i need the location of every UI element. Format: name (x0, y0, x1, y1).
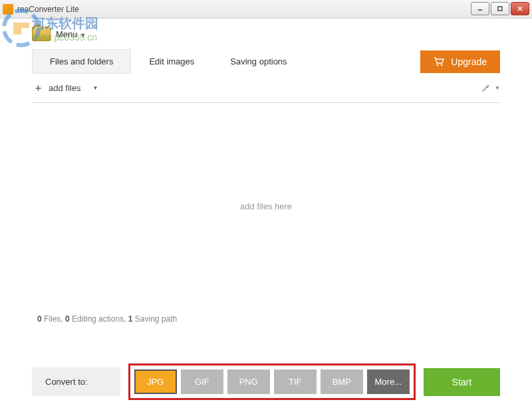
format-more-button[interactable]: More... (367, 369, 410, 394)
files-count: 0 (37, 314, 42, 324)
format-gif-button[interactable]: GIF (181, 369, 223, 394)
upgrade-label: Upgrade (451, 56, 487, 67)
svg-point-6 (441, 64, 443, 66)
drop-placeholder: add files here (240, 201, 292, 211)
toolbar-row: ＋ add files ▼ ▼ (0, 74, 532, 102)
titlebar: reaConverter Lite (0, 0, 532, 19)
format-group: JPG GIF PNG TIF BMP More... (128, 363, 416, 400)
paths-count: 1 (128, 314, 133, 324)
format-png-button[interactable]: PNG (227, 369, 270, 394)
menu-button[interactable]: Menu ▼ (56, 29, 86, 39)
chevron-down-icon: ▼ (80, 32, 86, 39)
actions-label: Editing actions, (72, 314, 126, 324)
format-label: JPG (147, 377, 164, 387)
close-button[interactable] (511, 2, 529, 15)
upgrade-button[interactable]: Upgrade (420, 51, 500, 73)
tab-label: Edit images (149, 56, 194, 66)
add-files-label: add files (49, 83, 80, 93)
plus-icon: ＋ (33, 82, 43, 94)
format-tif-button[interactable]: TIF (274, 369, 317, 394)
format-bmp-button[interactable]: BMP (321, 369, 363, 394)
tab-saving-options[interactable]: Saving options (212, 49, 305, 74)
window-controls (471, 2, 529, 15)
wrench-icon (480, 83, 491, 94)
window-title: reaConverter Lite (17, 5, 79, 14)
convert-to-label: Convert to: (32, 367, 120, 396)
format-label: GIF (195, 377, 209, 387)
format-label: More... (375, 377, 402, 387)
add-files-button[interactable]: ＋ add files ▼ (32, 79, 99, 97)
minimize-button[interactable] (471, 2, 489, 15)
actions-count: 0 (65, 314, 70, 324)
tab-label: Saving options (230, 56, 287, 66)
tab-label: Files and folders (50, 56, 113, 66)
status-bar: 0 Files, 0 Editing actions, 1 Saving pat… (0, 309, 532, 329)
menu-row: Menu ▼ (0, 19, 532, 45)
format-label: PNG (239, 377, 258, 387)
svg-rect-1 (498, 7, 502, 11)
tabs-row: Files and folders Edit images Saving opt… (0, 45, 532, 74)
start-label: Start (452, 377, 472, 387)
paths-label: Saving path (135, 314, 177, 324)
svg-point-5 (437, 64, 439, 66)
format-jpg-button[interactable]: JPG (134, 369, 177, 394)
tab-edit-images[interactable]: Edit images (131, 49, 212, 74)
files-label: Files, (44, 314, 63, 324)
chevron-down-icon: ▼ (92, 85, 98, 91)
folder-icon (32, 27, 51, 41)
menu-label: Menu (56, 29, 78, 39)
maximize-button[interactable] (491, 2, 509, 15)
settings-button[interactable]: ▼ (480, 83, 500, 94)
tab-files-and-folders[interactable]: Files and folders (32, 49, 131, 74)
drop-area[interactable]: add files here (0, 103, 532, 309)
format-label: TIF (289, 377, 302, 387)
start-button[interactable]: Start (424, 368, 500, 396)
format-label: BMP (332, 377, 351, 387)
chevron-down-icon: ▼ (495, 85, 500, 91)
convert-row: Convert to: JPG GIF PNG TIF BMP More... … (32, 363, 500, 400)
app-icon (3, 4, 13, 15)
cart-icon (434, 57, 444, 66)
